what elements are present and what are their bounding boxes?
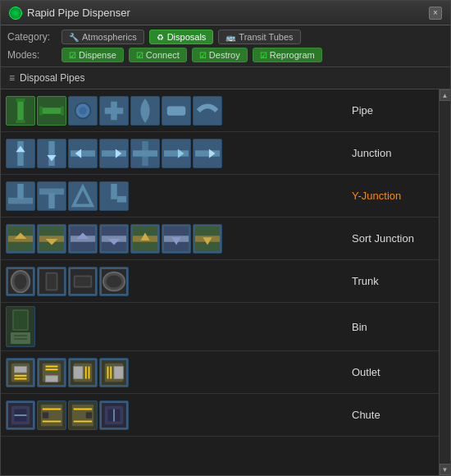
sprite-chute-3[interactable] [68,400,98,430]
sprite-sort-7[interactable] [193,224,222,254]
mode-reprogram-label: Reprogram [270,50,315,60]
tab-atmospherics[interactable]: 🔧 Atmospherics [61,30,144,44]
mode-dispense[interactable]: ☑ Dispense [61,48,124,62]
sort-junction-row[interactable]: Sort Junction [1,217,439,260]
chute-row[interactable]: Chute [1,394,439,437]
y-junction-label: Y-Junction [352,190,434,202]
svg-rect-103 [114,366,123,378]
scroll-up-button[interactable]: ▲ [440,89,451,101]
svg-rect-114 [43,412,49,419]
sprite-pipe-5[interactable] [193,96,222,126]
mode-connect-label: Connect [146,50,180,60]
y-junction-row[interactable]: Y-Junction [1,175,439,217]
sprite-outlet-3[interactable] [68,358,98,387]
sprite-pipe-green[interactable] [6,96,35,126]
sprite-chute-1[interactable] [6,400,35,430]
sprite-sort-3[interactable] [68,224,98,254]
sprite-trunk-2[interactable] [37,267,66,296]
pipe-sprites [6,96,222,126]
disposals-icon: ♻ [157,33,164,42]
svg-rect-23 [71,150,95,157]
svg-rect-11 [111,101,117,120]
sprite-trunk-4[interactable] [99,267,129,296]
tab-transit-tubes[interactable]: 🚌 Transit Tubes [218,30,300,44]
outlet-label: Outlet [352,366,434,378]
svg-rect-38 [17,184,24,199]
bin-sprites [6,306,35,347]
svg-point-79 [107,275,122,287]
sprite-chute-2[interactable] [37,400,66,430]
modes-row: Modes: ☑ Dispense ☑ Connect ☑ Destroy ☑ … [7,48,444,62]
svg-rect-39 [8,197,33,204]
outlet-sprites [6,358,129,387]
sprite-sort-1[interactable] [6,224,35,254]
scroll-down-button[interactable]: ▼ [440,464,451,475]
tab-transit-label: Transit Tubes [239,32,293,42]
chute-label: Chute [352,409,434,421]
y-junction-sprites [6,181,129,211]
trunk-row[interactable]: Trunk [1,260,439,303]
sprite-yjunction-1[interactable] [6,181,35,211]
tab-disposals[interactable]: ♻ Disposals [149,30,214,44]
sprite-junction-6[interactable] [162,139,191,168]
sprite-outlet-4[interactable] [99,358,129,387]
svg-rect-45 [111,184,117,199]
sprite-yjunction-2[interactable] [37,181,66,211]
window-title: Rapid Pipe Dispenser [27,7,130,19]
pipe-list: Pipe [1,89,439,475]
mode-destroy[interactable]: ☑ Destroy [192,48,248,62]
sprite-chute-4[interactable] [99,400,129,430]
connect-check: ☑ [136,51,144,60]
sprite-yjunction-4[interactable] [99,181,129,211]
bin-label: Bin [352,321,434,333]
sprite-pipe-3[interactable] [130,96,160,126]
panel-header-title: Disposal Pipes [20,72,84,84]
svg-rect-0 [17,98,24,123]
svg-rect-88 [15,366,27,373]
close-button[interactable]: × [429,7,442,20]
sprite-sort-2[interactable] [37,224,66,254]
mode-dispense-label: Dispense [79,50,116,60]
sprite-junction-4[interactable] [99,139,129,168]
sprite-pipe-4[interactable] [162,96,191,126]
junction-sprites [6,139,222,168]
sprite-yjunction-3[interactable] [68,181,98,211]
sprite-junction-5[interactable] [130,139,160,168]
sprite-outlet-2[interactable] [37,358,66,387]
pipe-row[interactable]: Pipe [1,89,439,132]
sprite-sort-5[interactable] [130,224,160,254]
mode-connect[interactable]: ☑ Connect [129,48,187,62]
sprite-outlet-1[interactable] [6,358,35,387]
svg-point-8 [79,107,86,114]
sort-junction-label: Sort Junction [352,232,434,245]
panel-header-icon: ≡ [9,72,15,84]
sprite-junction-2[interactable] [37,139,66,168]
svg-rect-83 [11,332,30,344]
junction-label: Junction [352,147,434,159]
sprite-trunk-1[interactable] [6,267,35,296]
junction-row[interactable]: Junction [1,132,439,175]
svg-rect-93 [46,375,58,382]
sprite-trunk-3[interactable] [68,267,98,296]
panel-header: ≡ Disposal Pipes [1,67,450,89]
sprite-pipe-green2[interactable] [37,96,66,126]
dispense-check: ☑ [69,51,76,60]
title-bar: Rapid Pipe Dispenser × [1,1,450,25]
svg-rect-35 [195,150,220,157]
sprite-junction-1[interactable] [6,139,35,168]
bin-row[interactable]: Bin [1,303,439,351]
sprite-pipe-2[interactable] [99,96,129,126]
sprite-bin-1[interactable] [6,306,35,347]
outlet-row[interactable]: Outlet [1,351,439,394]
sprite-sort-4[interactable] [99,224,129,254]
toolbar: Category: 🔧 Atmospherics ♻ Disposals 🚌 T… [1,25,450,67]
tab-disposals-label: Disposals [167,32,207,42]
window-icon [9,7,22,20]
sprite-sort-6[interactable] [162,224,191,254]
svg-rect-42 [39,188,64,195]
sprite-junction-7[interactable] [193,139,222,168]
sprite-junction-3[interactable] [68,139,98,168]
svg-rect-119 [86,412,93,419]
sprite-pipe-1[interactable] [68,96,98,126]
mode-reprogram[interactable]: ☑ Reprogram [253,48,322,62]
